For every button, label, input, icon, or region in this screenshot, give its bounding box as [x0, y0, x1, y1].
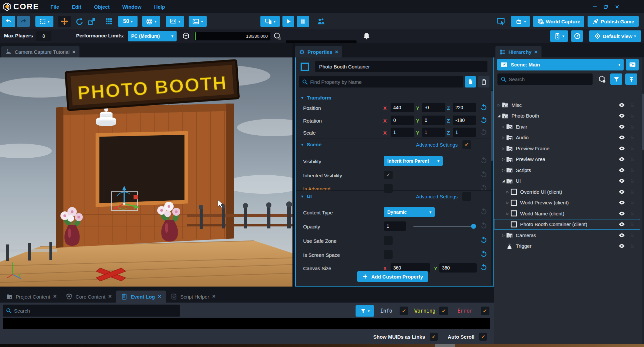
default-view-dropdown[interactable]: Default View▾ — [589, 30, 641, 42]
scale-x-input[interactable] — [391, 128, 414, 137]
lock-icon[interactable] — [629, 167, 635, 173]
tree-row[interactable]: ▷ Override UI (client) — [494, 186, 640, 197]
lock-icon[interactable] — [629, 189, 635, 195]
scene-section-header[interactable]: ▼Scene — [300, 142, 321, 147]
visibility-dropdown[interactable]: Inherit from Parent▾ — [384, 156, 443, 166]
reset-canvas-size-icon[interactable] — [480, 264, 487, 271]
tab-close-icon[interactable]: × — [53, 293, 56, 300]
minimize-icon[interactable] — [592, 4, 598, 9]
tree-row[interactable]: ▷ Audio — [494, 132, 640, 143]
lock-icon[interactable] — [629, 211, 635, 216]
lock-icon[interactable] — [629, 124, 635, 130]
hierarchy-search-input[interactable] — [497, 73, 593, 85]
grid-size-dropdown[interactable]: 50▾ — [118, 16, 138, 27]
select-tool-dropdown[interactable]: ▾ — [35, 16, 53, 27]
lock-icon[interactable] — [629, 221, 635, 227]
panel-splitter[interactable] — [292, 43, 295, 287]
expand-arrow-icon[interactable]: ◢ — [496, 114, 501, 118]
tree-row[interactable]: ◢ UI — [494, 176, 640, 187]
visibility-eye-icon[interactable] — [618, 145, 625, 152]
inherited-visibility-checkbox[interactable] — [384, 171, 393, 179]
reset-visibility-icon[interactable] — [480, 157, 487, 164]
scale-y-input[interactable] — [422, 128, 445, 137]
snap-grid-button[interactable] — [105, 17, 113, 25]
lock-icon[interactable] — [629, 102, 635, 108]
visibility-eye-icon[interactable] — [618, 221, 625, 228]
optimization-button[interactable] — [571, 30, 583, 42]
visibility-eye-icon[interactable] — [618, 232, 625, 239]
reset-opacity-icon[interactable] — [480, 222, 487, 229]
rotation-y-input[interactable] — [422, 116, 445, 125]
opacity-input[interactable] — [384, 221, 406, 231]
auto-scroll-checkbox[interactable] — [479, 333, 487, 341]
tab-close-icon[interactable]: × — [212, 293, 216, 300]
menu-object[interactable]: Object — [94, 4, 110, 10]
menu-file[interactable]: File — [50, 4, 59, 10]
tree-row[interactable]: Trigger — [494, 241, 640, 252]
properties-tab[interactable]: ⚙ Properties × — [295, 46, 342, 57]
pause-button[interactable] — [297, 16, 309, 27]
scene-manager-button[interactable] — [626, 59, 639, 70]
ai-assistant-dropdown[interactable]: ▾ — [511, 16, 530, 27]
bottom-tab[interactable]: Script Helper × — [166, 291, 220, 303]
expand-arrow-icon[interactable]: ▷ — [505, 212, 510, 215]
capture-dropdown[interactable]: ▾ — [189, 16, 207, 27]
expand-arrow-icon[interactable]: ▷ — [501, 168, 506, 172]
tab-close-icon[interactable]: × — [72, 49, 75, 55]
rotation-z-input[interactable] — [453, 116, 476, 125]
show-muids-checkbox[interactable] — [430, 333, 438, 341]
world-capture-button[interactable]: World Capture — [533, 16, 584, 27]
tree-row[interactable]: ▷ Preview Frame — [494, 143, 640, 154]
expand-arrow-icon[interactable]: ▷ — [501, 157, 506, 161]
warning-filter-checkbox[interactable] — [439, 307, 448, 315]
performance-preset-dropdown[interactable]: PC (Medium)▾ — [128, 31, 177, 41]
lock-icon[interactable] — [629, 135, 635, 140]
tree-row[interactable]: ◢ Photo Booth — [494, 111, 640, 122]
rotate-tool-button[interactable] — [75, 17, 84, 26]
redo-button[interactable] — [17, 16, 30, 27]
position-z-input[interactable] — [453, 103, 476, 112]
log-output[interactable] — [3, 318, 490, 329]
visibility-eye-icon[interactable] — [618, 199, 625, 206]
screen-share-button[interactable] — [496, 17, 505, 26]
is-screen-space-checkbox[interactable] — [384, 250, 393, 259]
bottom-tab[interactable]: Event Log × — [116, 291, 166, 303]
expand-arrow-icon[interactable]: ▷ — [501, 233, 506, 237]
restore-icon[interactable] — [603, 4, 609, 9]
expand-arrow-icon[interactable]: ▷ — [496, 103, 501, 107]
add-custom-property-button[interactable]: Add Custom Property — [357, 271, 428, 282]
publish-game-button[interactable]: Publish Game — [588, 16, 639, 27]
script-dropdown[interactable]: ▾ — [166, 16, 184, 27]
position-x-input[interactable] — [391, 103, 414, 112]
reset-inherited-visibility-icon[interactable] — [480, 171, 487, 178]
tree-row[interactable]: ▷ Misc — [494, 100, 640, 111]
visibility-eye-icon[interactable] — [618, 112, 625, 119]
expand-arrow-icon[interactable]: ▷ — [505, 190, 510, 194]
visibility-eye-icon[interactable] — [618, 188, 625, 195]
reset-content-type-icon[interactable] — [480, 208, 487, 215]
scale-z-input[interactable] — [453, 128, 476, 137]
preview-mode-dropdown[interactable]: ▾ — [260, 16, 280, 27]
visibility-eye-icon[interactable] — [618, 123, 625, 130]
tree-row[interactable]: ▷ Cameras — [494, 230, 640, 241]
menu-edit[interactable]: Edit — [72, 4, 81, 10]
menu-help[interactable]: Help — [154, 4, 165, 10]
scene-selector-dropdown[interactable]: Scene: Main ▾ — [497, 59, 624, 70]
lock-icon[interactable] — [629, 156, 635, 162]
error-filter-checkbox[interactable] — [481, 307, 489, 315]
visibility-eye-icon[interactable] — [618, 177, 625, 184]
play-button[interactable] — [282, 16, 294, 27]
lock-icon[interactable] — [629, 178, 635, 184]
info-filter-checkbox[interactable] — [400, 307, 408, 315]
transform-section-header[interactable]: ▼Transform — [300, 95, 331, 101]
lock-icon[interactable] — [629, 243, 635, 249]
visibility-eye-icon[interactable] — [618, 167, 625, 174]
lock-icon[interactable] — [629, 146, 635, 151]
tree-row[interactable]: ▷ Scripts — [494, 165, 640, 176]
tab-close-icon[interactable]: × — [109, 293, 112, 300]
paste-properties-button[interactable] — [478, 76, 489, 88]
expand-arrow-icon[interactable]: ▷ — [501, 136, 506, 139]
reset-scale-icon[interactable] — [480, 129, 487, 136]
expand-arrow-icon[interactable]: ▷ — [501, 147, 506, 150]
undo-button[interactable] — [2, 16, 15, 27]
